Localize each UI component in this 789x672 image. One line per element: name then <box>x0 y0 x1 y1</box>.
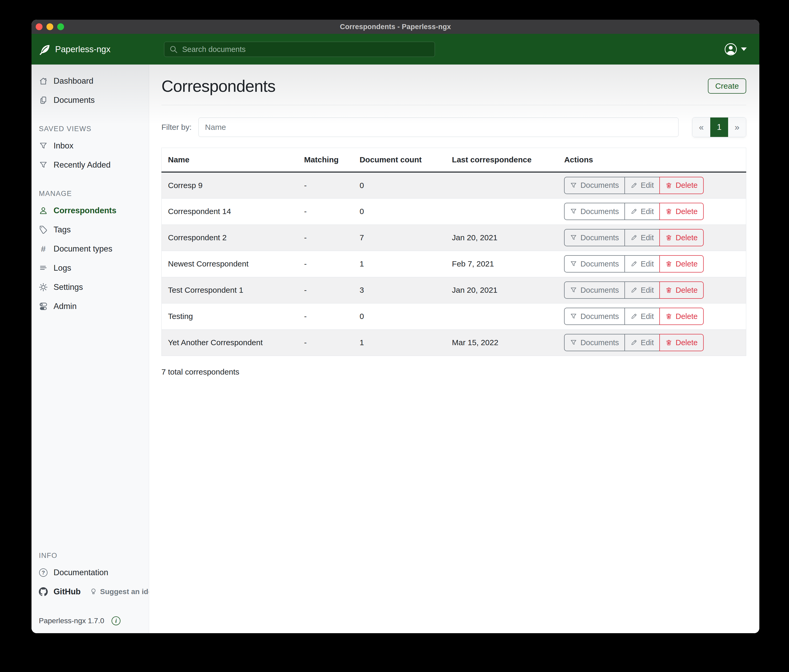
correspondent-name: Correspondent 14 <box>162 198 298 225</box>
edit-button[interactable]: Edit <box>624 282 660 299</box>
app-version: Paperless-ngx 1.7.0 <box>39 617 104 625</box>
pagination-next-button[interactable]: » <box>728 118 746 137</box>
close-window-button[interactable] <box>36 23 43 30</box>
sidebar-item-tags[interactable]: Tags <box>32 220 149 239</box>
sidebar-item-documentation[interactable]: ? Documentation <box>32 563 149 582</box>
document-count: 1 <box>353 330 446 356</box>
sidebar-item-dashboard[interactable]: Dashboard <box>32 71 149 91</box>
sidebar-spacer <box>32 316 149 552</box>
delete-button[interactable]: Delete <box>659 203 704 220</box>
user-avatar-icon <box>724 43 737 56</box>
correspondents-table: Name Matching Document count Last corres… <box>161 148 746 356</box>
column-header-actions: Actions <box>558 148 746 172</box>
delete-button[interactable]: Delete <box>659 308 704 325</box>
sidebar-item-documents[interactable]: Documents <box>32 91 149 110</box>
edit-button[interactable]: Edit <box>624 334 660 351</box>
edit-button[interactable]: Edit <box>624 255 660 272</box>
sidebar-item-label: Logs <box>54 263 71 273</box>
documents-button[interactable]: Documents <box>564 334 625 351</box>
total-count-text: 7 total correspondents <box>161 368 746 376</box>
sidebar-item-document-types[interactable]: # Document types <box>32 239 149 258</box>
caret-down-icon <box>741 48 747 51</box>
document-count: 0 <box>353 303 446 330</box>
table-row: Test Correspondent 1 - 3 Jan 20, 2021 Do… <box>162 277 746 303</box>
trash-icon <box>665 313 672 320</box>
sidebar-item-label: Correspondents <box>54 206 116 215</box>
pagination: « 1 » <box>692 117 746 137</box>
last-correspondence <box>446 198 558 225</box>
edit-button[interactable]: Edit <box>624 308 660 325</box>
info-heading: INFO <box>39 552 149 560</box>
pencil-icon <box>631 287 637 293</box>
last-correspondence: Mar 15, 2022 <box>446 330 558 356</box>
app-window: Correspondents - Paperless-ngx Paperless… <box>32 20 759 633</box>
sidebar-item-label: Dashboard <box>54 76 93 86</box>
row-actions: Documents Edit Delete <box>564 203 703 220</box>
documents-button[interactable]: Documents <box>564 203 625 220</box>
sidebar-item-label: Inbox <box>54 141 73 151</box>
delete-button[interactable]: Delete <box>659 334 704 351</box>
matching-value: - <box>298 225 353 251</box>
document-count: 0 <box>353 198 446 225</box>
matching-value: - <box>298 330 353 356</box>
row-actions: Documents Edit Delete <box>564 282 703 299</box>
sidebar-item-inbox[interactable]: Inbox <box>32 136 149 155</box>
pencil-icon <box>631 339 637 346</box>
correspondent-name: Newest Correspondent <box>162 251 298 277</box>
table-row: Testing - 0 Documents <box>162 303 746 330</box>
documents-button[interactable]: Documents <box>564 229 625 246</box>
sidebar-item-admin[interactable]: Admin <box>32 297 149 316</box>
sidebar-item-label: GitHub <box>54 587 81 596</box>
sidebar-item-label: Settings <box>54 282 83 292</box>
sidebar-item-correspondents[interactable]: Correspondents <box>32 201 149 220</box>
toggles-icon <box>39 302 48 311</box>
sidebar-item-settings[interactable]: Settings <box>32 277 149 297</box>
sidebar-item-label: Recently Added <box>54 160 110 170</box>
sidebar-item-recently-added[interactable]: Recently Added <box>32 155 149 174</box>
delete-button[interactable]: Delete <box>659 177 704 194</box>
funnel-icon <box>570 234 577 241</box>
edit-button[interactable]: Edit <box>624 229 660 246</box>
lightbulb-icon <box>89 588 97 596</box>
pencil-icon <box>631 234 637 241</box>
delete-button[interactable]: Delete <box>659 255 704 272</box>
sidebar-item-github[interactable]: GitHub <box>32 582 81 601</box>
filter-name-input[interactable] <box>198 118 679 137</box>
sidebar-item-logs[interactable]: Logs <box>32 258 149 277</box>
table-row: Correspondent 14 - 0 Documents <box>162 198 746 225</box>
user-menu[interactable] <box>724 43 747 56</box>
edit-button[interactable]: Edit <box>624 177 660 194</box>
column-header-last-correspondence: Last correspondence <box>446 148 558 172</box>
brand[interactable]: Paperless-ngx <box>39 43 110 55</box>
table-row: Newest Correspondent - 1 Feb 7, 2021 Doc… <box>162 251 746 277</box>
funnel-icon <box>570 287 577 293</box>
pagination-page-1[interactable]: 1 <box>710 118 728 137</box>
github-icon <box>39 587 48 596</box>
search-input[interactable] <box>182 45 430 54</box>
search-box <box>164 42 435 57</box>
delete-button[interactable]: Delete <box>659 282 704 299</box>
last-correspondence <box>446 172 558 198</box>
minimize-window-button[interactable] <box>46 23 53 30</box>
documents-button[interactable]: Documents <box>564 308 625 325</box>
pagination-prev-button[interactable]: « <box>692 118 710 137</box>
column-header-document-count: Document count <box>353 148 446 172</box>
documents-button[interactable]: Documents <box>564 282 625 299</box>
document-count: 0 <box>353 172 446 198</box>
matching-value: - <box>298 303 353 330</box>
funnel-icon <box>39 142 48 150</box>
edit-button[interactable]: Edit <box>624 203 660 220</box>
sidebar-item-suggest-idea[interactable]: Suggest an idea <box>89 588 149 596</box>
sidebar-item-label: Tags <box>54 225 70 234</box>
matching-value: - <box>298 172 353 198</box>
fullscreen-window-button[interactable] <box>57 23 64 30</box>
saved-views-heading: SAVED VIEWS <box>39 125 149 133</box>
trash-icon <box>665 339 672 346</box>
info-icon[interactable]: i <box>112 616 120 625</box>
delete-button[interactable]: Delete <box>659 229 704 246</box>
documents-button[interactable]: Documents <box>564 177 625 194</box>
leaf-logo-icon <box>39 43 51 55</box>
suggest-idea-label: Suggest an idea <box>100 588 149 596</box>
documents-button[interactable]: Documents <box>564 255 625 272</box>
create-button[interactable]: Create <box>708 78 746 94</box>
